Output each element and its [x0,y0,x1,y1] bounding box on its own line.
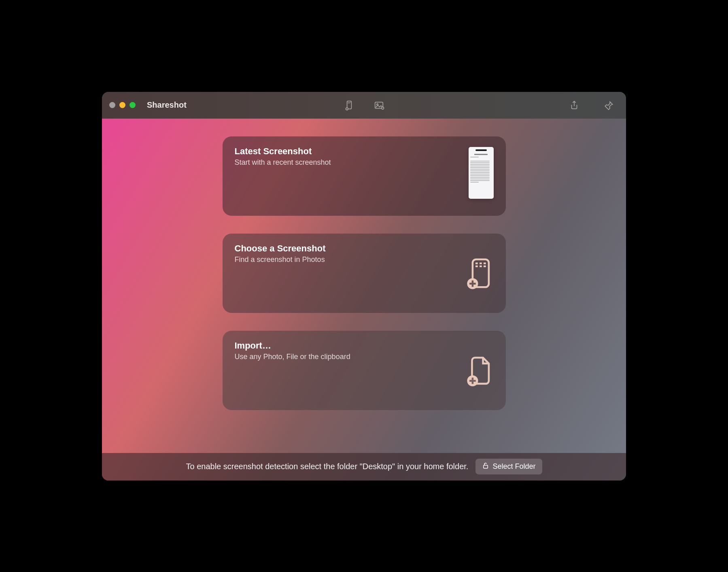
card-title: Choose a Screenshot [235,243,326,254]
select-folder-button[interactable]: Select Folder [475,459,542,474]
card-text: Latest Screenshot Start with a recent sc… [235,146,331,167]
content-area: Latest Screenshot Start with a recent sc… [102,119,626,481]
image-add-icon[interactable] [374,100,385,111]
share-icon[interactable] [569,100,580,111]
toolbar-right [569,100,619,111]
card-choose-screenshot[interactable]: Choose a Screenshot Find a screenshot in… [223,234,506,313]
screenshot-thumbnail-icon [469,147,494,199]
unlock-icon [482,462,489,471]
card-subtitle: Find a screenshot in Photos [235,255,326,264]
device-add-icon[interactable] [344,100,355,111]
close-window-button[interactable] [109,102,115,108]
app-window: Shareshot [102,92,626,481]
footer-bar: To enable screenshot detection select th… [102,453,626,481]
footer-message: To enable screenshot detection select th… [186,462,468,471]
titlebar: Shareshot [102,92,626,119]
minimize-window-button[interactable] [119,102,125,108]
card-subtitle: Use any Photo, File or the clipboard [235,353,350,361]
card-subtitle: Start with a recent screenshot [235,158,331,167]
card-latest-screenshot[interactable]: Latest Screenshot Start with a recent sc… [223,136,506,216]
card-text: Import… Use any Photo, File or the clipb… [235,340,350,361]
device-add-icon [465,255,494,291]
app-title: Shareshot [147,100,187,110]
card-title: Latest Screenshot [235,146,331,157]
card-text: Choose a Screenshot Find a screenshot in… [235,243,326,264]
traffic-lights [109,102,136,108]
card-import[interactable]: Import… Use any Photo, File or the clipb… [223,331,506,410]
toolbar-center [344,100,385,111]
file-add-icon [465,352,494,389]
zoom-window-button[interactable] [129,102,136,108]
card-title: Import… [235,340,350,351]
svg-rect-8 [484,465,488,468]
select-folder-label: Select Folder [492,462,535,471]
pin-icon[interactable] [603,100,615,111]
